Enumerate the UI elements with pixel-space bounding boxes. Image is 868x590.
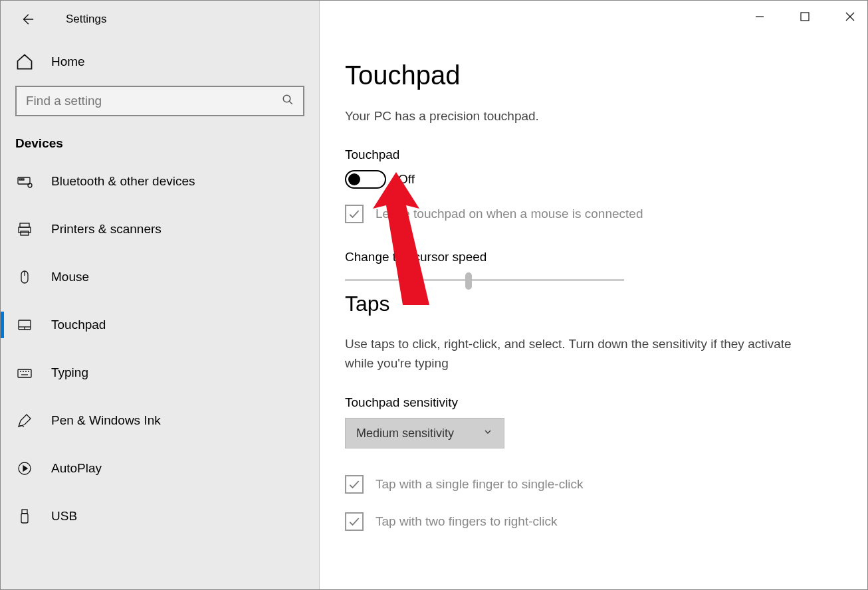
sidebar-item-label: Touchpad: [51, 318, 106, 332]
touchpad-toggle[interactable]: [345, 170, 386, 189]
tap-two-checkbox[interactable]: [345, 512, 364, 531]
slider-handle[interactable]: [465, 272, 472, 290]
svg-marker-20: [23, 466, 27, 471]
precision-text: Your PC has a precision touchpad.: [345, 109, 842, 124]
settings-sidebar: Settings Home Devices Bluetooth & other …: [1, 1, 320, 589]
toggle-knob: [348, 173, 360, 185]
cursor-speed-slider[interactable]: [345, 272, 624, 274]
svg-rect-7: [21, 231, 29, 235]
svg-rect-13: [18, 369, 31, 377]
leave-touchpad-label: Leave touchpad on when a mouse is connec…: [376, 207, 643, 221]
dropdown-value: Medium sensitivity: [356, 427, 454, 441]
tap-single-checkbox[interactable]: [345, 475, 364, 494]
chevron-down-icon: [483, 427, 493, 440]
sidebar-item-label: Mouse: [51, 270, 89, 284]
pen-icon: [15, 411, 34, 430]
bluetooth-icon: [15, 172, 34, 191]
maximize-button[interactable]: [794, 6, 815, 27]
sidebar-item-label: Pen & Windows Ink: [51, 413, 161, 428]
window-title: Settings: [66, 13, 106, 26]
svg-rect-21: [22, 510, 27, 514]
search-icon: [282, 94, 294, 108]
svg-rect-22: [21, 514, 28, 523]
svg-point-0: [283, 95, 290, 102]
sidebar-item-typing[interactable]: Typing: [1, 349, 319, 397]
svg-rect-2: [19, 179, 21, 180]
sidebar-item-pen[interactable]: Pen & Windows Ink: [1, 397, 319, 444]
tap-single-label: Tap with a single finger to single-click: [376, 477, 584, 492]
sidebar-item-home[interactable]: Home: [1, 38, 319, 86]
back-button[interactable]: [15, 7, 39, 31]
sidebar-item-label: Typing: [51, 365, 88, 380]
taps-description: Use taps to click, right-click, and sele…: [345, 335, 810, 373]
tap-two-label: Tap with two fingers to right-click: [376, 514, 558, 529]
main-content: Touchpad Your PC has a precision touchpa…: [320, 1, 867, 589]
close-button[interactable]: [839, 6, 861, 27]
sensitivity-dropdown[interactable]: Medium sensitivity: [345, 418, 504, 448]
leave-touchpad-checkbox[interactable]: [345, 205, 364, 223]
cursor-speed-label: Change the cursor speed: [345, 250, 842, 264]
sensitivity-label: Touchpad sensitivity: [345, 395, 842, 410]
category-title: Devices: [1, 116, 319, 157]
sidebar-item-label: Printers & scanners: [51, 222, 162, 237]
printer-icon: [15, 220, 34, 239]
sidebar-item-bluetooth[interactable]: Bluetooth & other devices: [1, 157, 319, 205]
svg-rect-24: [801, 13, 809, 21]
sidebar-item-label: Bluetooth & other devices: [51, 174, 195, 189]
sidebar-item-touchpad[interactable]: Touchpad: [1, 301, 319, 349]
mouse-icon: [15, 268, 34, 286]
touchpad-icon: [15, 316, 34, 334]
search-input-wrapper[interactable]: [15, 86, 304, 116]
sidebar-item-label: Home: [51, 54, 85, 69]
search-input[interactable]: [26, 94, 282, 108]
sidebar-item-label: USB: [51, 509, 77, 524]
svg-rect-5: [20, 223, 29, 227]
taps-section-title: Taps: [345, 292, 842, 316]
touchpad-toggle-label: Touchpad: [345, 148, 842, 162]
usb-icon: [15, 507, 34, 526]
page-title: Touchpad: [345, 60, 842, 90]
home-icon: [15, 52, 34, 71]
toggle-state: Off: [398, 172, 415, 187]
sidebar-item-label: AutoPlay: [51, 461, 102, 476]
sidebar-item-autoplay[interactable]: AutoPlay: [1, 444, 319, 492]
autoplay-icon: [15, 459, 34, 478]
minimize-button[interactable]: [749, 6, 770, 27]
sidebar-item-printers[interactable]: Printers & scanners: [1, 205, 319, 253]
sidebar-item-mouse[interactable]: Mouse: [1, 253, 319, 301]
keyboard-icon: [15, 363, 34, 382]
sidebar-item-usb[interactable]: USB: [1, 492, 319, 540]
svg-rect-3: [22, 179, 24, 180]
